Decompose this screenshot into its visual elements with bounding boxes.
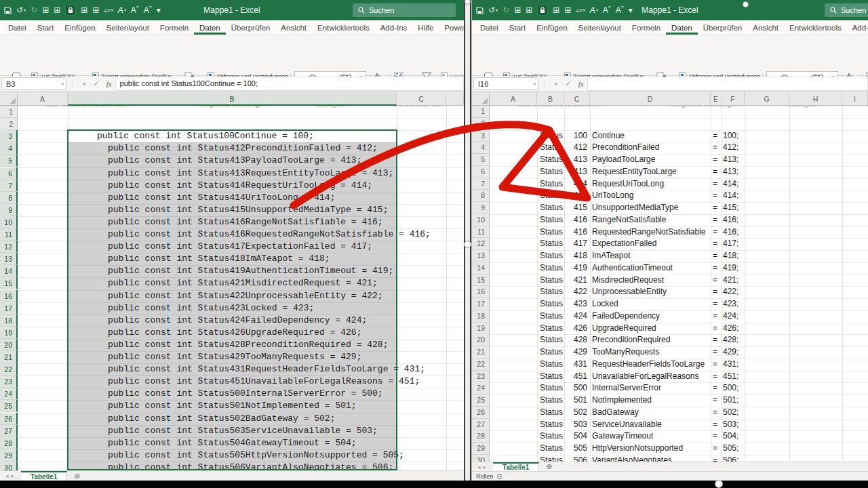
row-header-13[interactable]: 13: [0, 253, 18, 265]
cell-B10[interactable]: public const int Status416RangeNotSatisf…: [68, 216, 383, 228]
cell-name[interactable]: HttpVersionNotsupported: [592, 443, 683, 455]
cell-equals[interactable]: =: [713, 286, 717, 298]
tab-ansicht[interactable]: Ansicht: [747, 20, 784, 35]
freeze-panes-icon[interactable]: ⊞: [42, 6, 49, 14]
tab-datei[interactable]: Datei: [3, 20, 32, 35]
row-header-3[interactable]: 3: [0, 130, 18, 142]
row-header-20[interactable]: 20: [0, 339, 18, 351]
row-header-9[interactable]: 9: [0, 204, 18, 216]
borders-icon[interactable]: ⊞: [564, 6, 571, 14]
cell-B25[interactable]: public const int Status501NotImplemented…: [68, 400, 357, 412]
sheet-tab-tabelle1[interactable]: Tabelle1: [21, 471, 67, 481]
column-header-I[interactable]: I: [842, 92, 868, 106]
cell-status[interactable]: Status: [537, 130, 563, 142]
table-row-5[interactable]: Status413PayloadTooLarge=413;: [472, 154, 868, 166]
cell-name[interactable]: GatewayTimeout: [592, 430, 653, 443]
row-header-27[interactable]: 27: [0, 425, 18, 437]
row-header-16[interactable]: 16: [0, 290, 18, 302]
cell-B11[interactable]: public const int Status416RequestedRange…: [68, 228, 431, 241]
row-header-17[interactable]: 17: [0, 302, 18, 314]
tab-einf-gen[interactable]: Einfügen: [531, 20, 572, 35]
cell-B28[interactable]: public const int Status504GatewayTimeout…: [68, 437, 357, 449]
table-row-16[interactable]: Status422UnprocessableEntity=422;: [472, 286, 868, 298]
cell-equals[interactable]: =: [713, 262, 717, 274]
cell-B20[interactable]: public const int Status428PreconditionRe…: [68, 339, 388, 351]
search-box[interactable]: Suchen: [353, 3, 456, 17]
cell-equals[interactable]: =: [713, 323, 717, 335]
cell-B22[interactable]: public const int Status431RequestHeaderF…: [68, 363, 425, 375]
tab-seitenlayout[interactable]: Seitenlayout: [573, 20, 627, 35]
cell-status[interactable]: Status: [537, 323, 563, 335]
cell-B16[interactable]: public const int Status422UnprocessableE…: [68, 290, 383, 302]
shape-icon[interactable]: ▱▾: [104, 6, 113, 14]
cell-name[interactable]: RequestUriTooLong: [592, 178, 664, 190]
cell-status[interactable]: Status: [537, 286, 563, 298]
cell-value[interactable]: 419;: [723, 262, 738, 274]
tab-entwicklertools[interactable]: Entwicklertools: [312, 20, 375, 35]
tab-entwicklertools[interactable]: Entwicklertools: [784, 20, 847, 35]
cell-status[interactable]: Status: [537, 298, 563, 310]
cell-equals[interactable]: =: [713, 202, 717, 214]
cell-equals[interactable]: =: [713, 130, 717, 142]
cell-equals[interactable]: =: [713, 274, 717, 287]
ink-select-icon[interactable]: A▾: [590, 6, 598, 14]
cell-value[interactable]: 100;: [723, 130, 738, 142]
column-header-E[interactable]: E: [711, 92, 722, 106]
column-header-C[interactable]: C: [564, 92, 590, 106]
cell-B8[interactable]: public const int Status414UriTooLong = 4…: [68, 192, 335, 204]
tab-formeln[interactable]: Formeln: [627, 20, 666, 35]
cell-B19[interactable]: public const int Status426UpgradeRequire…: [68, 327, 361, 339]
cell-code[interactable]: 414: [564, 190, 587, 202]
cell-code[interactable]: 416: [564, 214, 587, 226]
cell-code[interactable]: 429: [564, 346, 587, 359]
cell-code[interactable]: 451: [564, 371, 587, 383]
table-row-15[interactable]: Status421MisdirectedRequest=421;: [472, 274, 868, 287]
cell-equals[interactable]: =: [713, 334, 717, 346]
cell-equals[interactable]: =: [713, 394, 717, 407]
table-row-23[interactable]: Status451UnavailableForLegalReasons=451;: [472, 371, 868, 383]
font-decrease-icon[interactable]: Aˇ: [144, 6, 152, 14]
cell-value[interactable]: 415;: [723, 202, 738, 214]
undo-icon[interactable]: ↺▾: [16, 6, 26, 14]
cell-value[interactable]: 503;: [723, 419, 738, 431]
cell-name[interactable]: PreconditionRequired: [592, 334, 670, 346]
column-header-B[interactable]: B: [537, 92, 564, 106]
sheet-nav-arrows[interactable]: ◂▸: [477, 464, 489, 470]
cell-code[interactable]: 426: [564, 323, 587, 335]
cell-status[interactable]: Status: [537, 166, 563, 178]
cell-status[interactable]: Status: [537, 346, 563, 359]
tab--berpr-fen[interactable]: Überprüfen: [226, 20, 276, 35]
cell-value[interactable]: 413;: [723, 154, 738, 166]
enter-icon[interactable]: ✓: [565, 79, 571, 88]
cell-code[interactable]: 504: [564, 430, 587, 443]
cell-equals[interactable]: =: [713, 214, 717, 226]
table-row-6[interactable]: Status413RequestEntityTooLarge=413;: [472, 166, 868, 178]
cell-status[interactable]: Status: [537, 178, 563, 190]
cell-value[interactable]: 505;: [723, 443, 738, 455]
cell-B13[interactable]: public const int Status418ImATeapot = 41…: [68, 253, 330, 265]
cell-code[interactable]: 423: [564, 298, 587, 310]
shape-icon[interactable]: ▱▾: [576, 6, 585, 14]
cell-name[interactable]: MisdirectedRequest: [592, 274, 664, 287]
row-header-28[interactable]: 28: [0, 437, 18, 449]
tab-start[interactable]: Start: [32, 20, 59, 35]
cell-code[interactable]: 415: [564, 202, 587, 214]
cell-status[interactable]: Status: [537, 407, 563, 419]
cell-value[interactable]: 500;: [723, 382, 738, 394]
tab-daten[interactable]: Daten: [666, 20, 698, 35]
select-all-corner[interactable]: [472, 92, 490, 106]
column-header-partial[interactable]: [446, 92, 464, 106]
ink-select-icon[interactable]: A▾: [118, 6, 126, 14]
table-row-26[interactable]: Status502BadGateway=502;: [472, 407, 868, 419]
table-icon[interactable]: ⊞: [526, 6, 532, 14]
cell-value[interactable]: 431;: [723, 359, 738, 371]
name-box[interactable]: B3▾: [1, 77, 66, 90]
merge-cells-icon[interactable]: ⊞: [81, 6, 87, 14]
cell-name[interactable]: UriTooLong: [592, 190, 633, 202]
cell-B14[interactable]: public const int Status419Authentication…: [68, 265, 393, 277]
cell-name[interactable]: UnsupportedMediaType: [592, 202, 678, 214]
column-header-H[interactable]: H: [789, 92, 842, 106]
cell-value[interactable]: 417;: [723, 238, 738, 250]
cell-name[interactable]: ImATeapot: [592, 250, 630, 262]
row-header-8[interactable]: 8: [0, 192, 18, 204]
